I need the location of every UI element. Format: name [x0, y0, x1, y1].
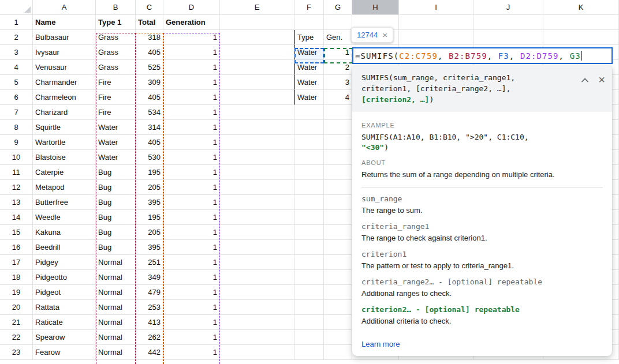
cell-E14[interactable]	[220, 210, 294, 225]
cell-A15[interactable]: Kakuna	[33, 225, 96, 240]
cell-F2[interactable]: Type	[294, 30, 324, 45]
cell-A6[interactable]: Charmeleon	[33, 90, 96, 105]
row-header-16[interactable]: 16	[0, 240, 33, 255]
cell-G17[interactable]	[324, 255, 352, 270]
row-header-17[interactable]: 17	[0, 255, 33, 270]
row-header-2[interactable]: 2	[0, 30, 33, 45]
collapse-chevron-up-icon[interactable]	[581, 77, 589, 82]
cell-D8[interactable]: 1	[163, 120, 220, 135]
cell-G1[interactable]	[324, 15, 352, 30]
cell-F10[interactable]	[294, 150, 324, 165]
cell-F13[interactable]	[294, 195, 324, 210]
cell-E13[interactable]	[220, 195, 294, 210]
cell-A17[interactable]: Pidgey	[33, 255, 96, 270]
cell-D22[interactable]: 1	[163, 330, 220, 345]
cell-A23[interactable]: Fearow	[33, 345, 96, 360]
cell-F14[interactable]	[294, 210, 324, 225]
row-header-3[interactable]: 3	[0, 45, 33, 60]
column-header-G[interactable]: G	[324, 0, 352, 15]
row-header-22[interactable]: 22	[0, 330, 33, 345]
cell-B10[interactable]: Water	[96, 150, 136, 165]
cell-B9[interactable]: Water	[96, 135, 136, 150]
cell-C8[interactable]: 314	[136, 120, 163, 135]
cell-A20[interactable]: Rattata	[33, 300, 96, 315]
cell-E15[interactable]	[220, 225, 294, 240]
cell-C22[interactable]: 262	[136, 330, 163, 345]
cell-C5[interactable]: 309	[136, 75, 163, 90]
cell-G11[interactable]	[324, 165, 352, 180]
cell-G18[interactable]	[324, 270, 352, 285]
cell-E23[interactable]	[220, 345, 294, 360]
cell-C17[interactable]: 251	[136, 255, 163, 270]
cell-E4[interactable]	[220, 60, 294, 75]
cell-B2[interactable]: Grass	[96, 30, 136, 45]
cell-A11[interactable]: Caterpie	[33, 165, 96, 180]
cell-E19[interactable]	[220, 285, 294, 300]
cell-G19[interactable]	[324, 285, 352, 300]
cell-F12[interactable]	[294, 180, 324, 195]
cell-E16[interactable]	[220, 240, 294, 255]
cell-C15[interactable]: 205	[136, 225, 163, 240]
cell-F19[interactable]	[294, 285, 324, 300]
cell-G23[interactable]	[324, 345, 352, 360]
cell-F7[interactable]	[294, 105, 324, 120]
row-header-21[interactable]: 21	[0, 315, 33, 330]
cell-F21[interactable]	[294, 315, 324, 330]
cell-B23[interactable]: Normal	[96, 345, 136, 360]
cell-D5[interactable]: 1	[163, 75, 220, 90]
cell-D14[interactable]: 1	[163, 210, 220, 225]
cell-D3[interactable]: 1	[163, 45, 220, 60]
column-header-H[interactable]: H	[352, 0, 399, 15]
cell-C2[interactable]: 318	[136, 30, 163, 45]
cell-A4[interactable]: Venusaur	[33, 60, 96, 75]
cell-B20[interactable]: Normal	[96, 300, 136, 315]
column-header-B[interactable]: B	[96, 0, 136, 15]
cell-A7[interactable]: Charizard	[33, 105, 96, 120]
cell-D16[interactable]: 1	[163, 240, 220, 255]
cell-F18[interactable]	[294, 270, 324, 285]
column-header-K[interactable]: K	[543, 0, 619, 15]
cell-D9[interactable]: 1	[163, 135, 220, 150]
row-header-18[interactable]: 18	[0, 270, 33, 285]
cell-E20[interactable]	[220, 300, 294, 315]
row-header-10[interactable]: 10	[0, 150, 33, 165]
row-header-9[interactable]: 9	[0, 135, 33, 150]
cell-C14[interactable]: 195	[136, 210, 163, 225]
cell-A2[interactable]: Bulbasaur	[33, 30, 96, 45]
cell-J1[interactable]	[473, 15, 543, 30]
cell-B21[interactable]: Normal	[96, 315, 136, 330]
cell-A8[interactable]: Squirtle	[33, 120, 96, 135]
cell-B22[interactable]: Normal	[96, 330, 136, 345]
row-header-7[interactable]: 7	[0, 105, 33, 120]
cell-G5[interactable]: 3	[324, 75, 352, 90]
cell-D1[interactable]: Generation	[163, 15, 220, 30]
row-header-12[interactable]: 12	[0, 180, 33, 195]
cell-C9[interactable]: 405	[136, 135, 163, 150]
cell-E6[interactable]	[220, 90, 294, 105]
cell-B1[interactable]: Type 1	[96, 15, 136, 30]
cell-G20[interactable]	[324, 300, 352, 315]
cell-A3[interactable]: Ivysaur	[33, 45, 96, 60]
row-header-14[interactable]: 14	[0, 210, 33, 225]
cell-A12[interactable]: Metapod	[33, 180, 96, 195]
cell-G9[interactable]	[324, 135, 352, 150]
cell-C11[interactable]: 195	[136, 165, 163, 180]
cell-B13[interactable]: Bug	[96, 195, 136, 210]
cell-D6[interactable]: 1	[163, 90, 220, 105]
cell-J2[interactable]	[473, 30, 543, 45]
row-header-5[interactable]: 5	[0, 75, 33, 90]
cell-G8[interactable]	[324, 120, 352, 135]
cell-D23[interactable]: 1	[163, 345, 220, 360]
cell-A10[interactable]: Blastoise	[33, 150, 96, 165]
cell-B12[interactable]: Bug	[96, 180, 136, 195]
cell-G3[interactable]: 1	[324, 45, 352, 60]
column-header-D[interactable]: D	[163, 0, 220, 15]
cell-E18[interactable]	[220, 270, 294, 285]
column-header-I[interactable]: I	[399, 0, 473, 15]
cell-C13[interactable]: 395	[136, 195, 163, 210]
cell-C4[interactable]: 525	[136, 60, 163, 75]
cell-C19[interactable]: 479	[136, 285, 163, 300]
close-icon[interactable]: ×	[382, 31, 387, 39]
cell-C16[interactable]: 395	[136, 240, 163, 255]
cell-E8[interactable]	[220, 120, 294, 135]
